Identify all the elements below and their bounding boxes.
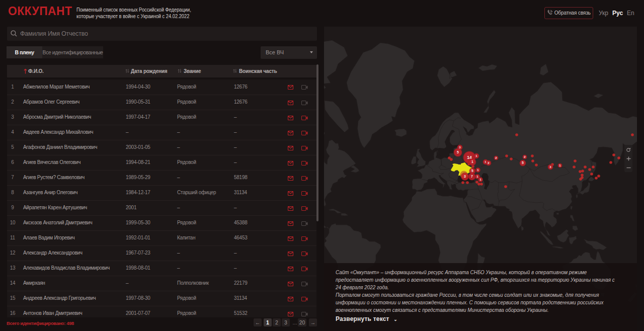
svg-text:5: 5 xyxy=(471,169,473,173)
svg-text:5: 5 xyxy=(457,150,459,154)
svg-text:5: 5 xyxy=(522,161,524,164)
svg-text:7: 7 xyxy=(471,175,473,178)
svg-text:1: 1 xyxy=(471,160,473,163)
svg-text:3: 3 xyxy=(464,175,466,178)
